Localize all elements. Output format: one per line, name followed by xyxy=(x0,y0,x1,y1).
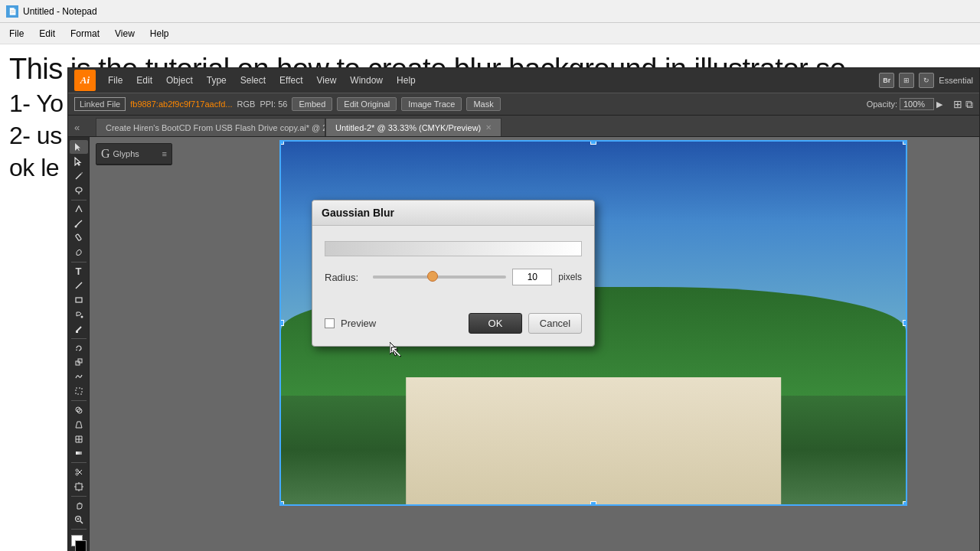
tool-sep-6 xyxy=(71,496,87,497)
embed-button[interactable]: Embed xyxy=(292,97,332,111)
line-tool[interactable] xyxy=(70,279,88,292)
perspective-tool[interactable] xyxy=(70,418,88,432)
select-tool[interactable] xyxy=(70,140,88,154)
scale-tool[interactable] xyxy=(70,356,88,370)
radius-slider-thumb[interactable] xyxy=(427,271,438,282)
ai-menu-file[interactable]: File xyxy=(102,72,129,89)
tab-2[interactable]: Untitled-2* @ 33.33% (CMYK/Preview) ✕ xyxy=(325,118,501,136)
ai-canvas[interactable]: G Glyphs ≡ xyxy=(90,137,979,551)
selection-handle-mr[interactable] xyxy=(903,320,907,326)
ai-menu-window[interactable]: Window xyxy=(344,72,389,89)
align-btn-1[interactable]: ⊞ xyxy=(953,98,962,111)
notepad-titlebar: 📄 Untitled - Notepad xyxy=(0,0,980,23)
svg-point-10 xyxy=(80,316,83,318)
selection-handle-bc[interactable] xyxy=(590,501,596,506)
svg-line-2 xyxy=(76,174,81,179)
svg-rect-9 xyxy=(76,298,82,302)
selection-handle-tr[interactable] xyxy=(903,140,907,145)
glyphs-panel-collapse[interactable]: ≡ xyxy=(162,149,167,158)
paintbrush-tool[interactable] xyxy=(70,217,88,230)
radius-slider-track[interactable] xyxy=(373,276,506,279)
eyedropper-tool[interactable] xyxy=(70,322,88,336)
notepad-menu-view[interactable]: View xyxy=(109,25,141,42)
ai-logo: Ai xyxy=(74,70,96,91)
ai-menu-help[interactable]: Help xyxy=(390,72,422,89)
ai-options-bar: Linked File fb9887:ab2f9c9f717aacfd... R… xyxy=(68,93,979,116)
type-tool[interactable]: T xyxy=(70,265,88,279)
notepad-menu-format[interactable]: Format xyxy=(64,25,106,42)
notepad-menubar[interactable]: File Edit Format View Help xyxy=(0,23,980,44)
ai-menu-view[interactable]: View xyxy=(311,72,343,89)
warp-tool[interactable] xyxy=(70,370,88,383)
ai-titlebar: Ai File Edit Object Type Select Effect V… xyxy=(68,68,979,93)
notepad-menu-file[interactable]: File xyxy=(3,25,30,42)
selection-handle-br[interactable] xyxy=(903,501,907,506)
transform-btn[interactable]: ⧉ xyxy=(965,98,973,111)
ai-menu-select[interactable]: Select xyxy=(234,72,272,89)
tool-sep-4 xyxy=(71,400,87,401)
linked-file-badge[interactable]: Linked File xyxy=(74,97,126,111)
shape-builder-tool[interactable] xyxy=(70,403,88,417)
ai-workspace: T xyxy=(68,137,979,551)
glyphs-panel-icon: G xyxy=(101,147,110,161)
image-trace-button[interactable]: Image Trace xyxy=(401,97,462,111)
cancel-button[interactable]: Cancel xyxy=(528,313,582,334)
pen-tool[interactable] xyxy=(70,202,88,216)
ai-menu[interactable]: File Edit Object Type Select Effect View… xyxy=(102,72,422,89)
opacity-input[interactable] xyxy=(900,98,934,110)
svg-marker-3 xyxy=(81,172,83,174)
notepad-icon: 📄 xyxy=(6,5,18,18)
free-transform-tool[interactable] xyxy=(70,384,88,398)
notepad-menu-help[interactable]: Help xyxy=(144,25,175,42)
tab-2-close[interactable]: ✕ xyxy=(485,123,492,132)
selection-handle-tc[interactable] xyxy=(590,140,596,145)
bg-color-swatch[interactable] xyxy=(75,540,87,551)
gradient-tool[interactable] xyxy=(70,447,88,461)
mask-button[interactable]: Mask xyxy=(466,97,500,111)
paintbucket-tool[interactable] xyxy=(70,308,88,321)
canvas-building xyxy=(406,377,781,504)
ai-menu-type[interactable]: Type xyxy=(201,72,233,89)
pencil-tool[interactable] xyxy=(70,231,88,245)
hand-tool[interactable] xyxy=(70,499,88,513)
glyphs-panel-header[interactable]: G Glyphs ≡ xyxy=(96,144,172,165)
selection-handle-tl[interactable] xyxy=(279,140,284,145)
direct-select-tool[interactable] xyxy=(70,155,88,168)
rect-tool[interactable] xyxy=(70,293,88,307)
magic-wand-tool[interactable] xyxy=(70,169,88,183)
dialog-title: Gaussian Blur xyxy=(322,207,394,219)
color-swatch-area[interactable] xyxy=(70,535,88,549)
svg-point-21 xyxy=(76,469,78,471)
sync-btn[interactable]: ↻ xyxy=(919,73,934,88)
workspace-btn[interactable]: ⊞ xyxy=(899,73,914,88)
svg-line-8 xyxy=(76,282,82,289)
notepad-menu-edit[interactable]: Edit xyxy=(33,25,61,42)
radius-input[interactable] xyxy=(512,269,552,285)
radius-row: Radius: pixels xyxy=(325,269,582,285)
mesh-tool[interactable] xyxy=(70,432,88,446)
ai-tabs-bar: « Create Hiren's BootCD From USB Flash D… xyxy=(68,116,979,137)
ai-menu-effect[interactable]: Effect xyxy=(273,72,309,89)
selection-handle-bl[interactable] xyxy=(279,501,284,506)
bridge-btn[interactable]: Br xyxy=(879,73,894,88)
blob-brush-tool[interactable] xyxy=(70,246,88,259)
selection-handle-ml[interactable] xyxy=(279,320,284,326)
svg-line-24 xyxy=(78,470,82,474)
ok-button[interactable]: OK xyxy=(469,313,522,334)
lasso-tool[interactable] xyxy=(70,184,88,197)
opacity-arrow[interactable]: ▶ xyxy=(936,99,942,109)
ai-menu-edit[interactable]: Edit xyxy=(130,72,158,89)
zoom-tool[interactable] xyxy=(70,514,88,527)
tabs-collapse-btn[interactable]: « xyxy=(74,122,80,133)
opacity-group: Opacity: ▶ xyxy=(867,98,942,110)
svg-line-23 xyxy=(78,471,82,474)
tab-1[interactable]: Create Hiren's BootCD From USB Flash Dri… xyxy=(96,118,325,136)
edit-original-button[interactable]: Edit Original xyxy=(337,97,397,111)
radius-unit: pixels xyxy=(558,272,582,282)
rotate-tool[interactable] xyxy=(70,341,88,355)
radius-label: Radius: xyxy=(325,272,367,283)
ai-menu-object[interactable]: Object xyxy=(160,72,199,89)
artboard-tool[interactable] xyxy=(70,480,88,494)
scissors-tool[interactable] xyxy=(70,465,88,479)
preview-checkbox[interactable] xyxy=(325,318,335,328)
